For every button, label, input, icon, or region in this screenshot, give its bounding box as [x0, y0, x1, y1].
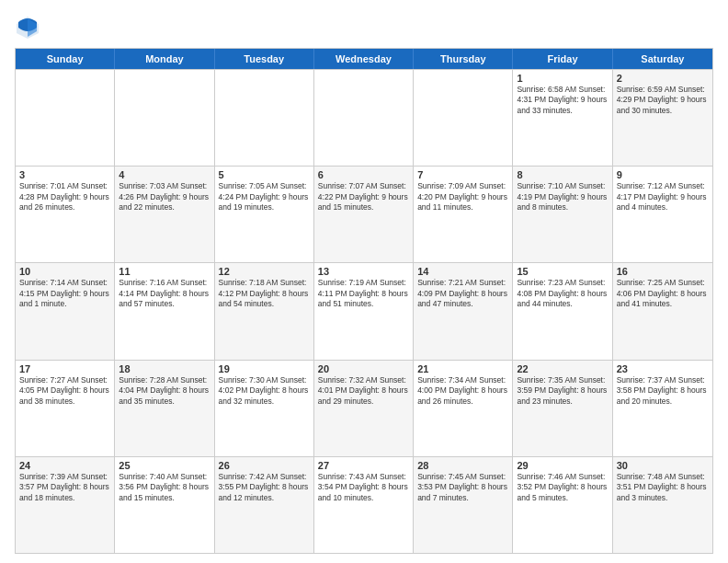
- cell-info-text: Sunrise: 7:45 AM Sunset: 3:53 PM Dayligh…: [417, 472, 508, 503]
- cell-info-text: Sunrise: 7:39 AM Sunset: 3:57 PM Dayligh…: [19, 472, 110, 503]
- calendar-cell: 17Sunrise: 7:27 AM Sunset: 4:05 PM Dayli…: [16, 361, 115, 456]
- cell-info-text: Sunrise: 7:14 AM Sunset: 4:15 PM Dayligh…: [19, 278, 110, 309]
- calendar-cell: 4Sunrise: 7:03 AM Sunset: 4:26 PM Daylig…: [115, 167, 214, 262]
- calendar-cell: 3Sunrise: 7:01 AM Sunset: 4:28 PM Daylig…: [16, 167, 115, 262]
- cell-info-text: Sunrise: 7:25 AM Sunset: 4:06 PM Dayligh…: [617, 278, 709, 309]
- cell-day-number: 15: [517, 266, 608, 277]
- cell-info-text: Sunrise: 7:48 AM Sunset: 3:51 PM Dayligh…: [617, 472, 709, 503]
- cell-day-number: 23: [617, 363, 709, 374]
- cell-info-text: Sunrise: 7:05 AM Sunset: 4:24 PM Dayligh…: [219, 181, 310, 213]
- calendar-cell: 10Sunrise: 7:14 AM Sunset: 4:15 PM Dayli…: [16, 263, 115, 359]
- cell-day-number: 21: [417, 363, 508, 374]
- cell-info-text: Sunrise: 7:40 AM Sunset: 3:56 PM Dayligh…: [119, 472, 210, 503]
- cell-day-number: 27: [318, 460, 409, 471]
- calendar-cell: [414, 70, 513, 166]
- cell-day-number: 5: [219, 169, 310, 180]
- calendar-body: 1Sunrise: 6:58 AM Sunset: 4:31 PM Daylig…: [16, 69, 712, 553]
- cell-day-number: 2: [617, 73, 709, 84]
- calendar-cell: 8Sunrise: 7:10 AM Sunset: 4:19 PM Daylig…: [513, 167, 612, 262]
- calendar-cell: 28Sunrise: 7:45 AM Sunset: 3:53 PM Dayli…: [414, 457, 513, 553]
- calendar-cell: 20Sunrise: 7:32 AM Sunset: 4:01 PM Dayli…: [314, 361, 414, 456]
- calendar-header-cell: Tuesday: [215, 49, 314, 69]
- cell-day-number: 26: [219, 460, 310, 471]
- calendar-row: 3Sunrise: 7:01 AM Sunset: 4:28 PM Daylig…: [16, 166, 712, 262]
- cell-day-number: 11: [119, 266, 210, 277]
- calendar-cell: 11Sunrise: 7:16 AM Sunset: 4:14 PM Dayli…: [115, 263, 214, 359]
- cell-day-number: 3: [19, 169, 110, 180]
- cell-day-number: 1: [517, 73, 608, 84]
- cell-day-number: 22: [517, 363, 608, 374]
- cell-day-number: 18: [119, 363, 210, 374]
- cell-day-number: 25: [119, 460, 210, 471]
- cell-info-text: Sunrise: 7:09 AM Sunset: 4:20 PM Dayligh…: [417, 181, 508, 213]
- cell-day-number: 14: [417, 266, 508, 277]
- cell-info-text: Sunrise: 7:28 AM Sunset: 4:04 PM Dayligh…: [119, 375, 210, 407]
- cell-info-text: Sunrise: 7:30 AM Sunset: 4:02 PM Dayligh…: [219, 375, 310, 407]
- calendar-header-cell: Thursday: [414, 49, 513, 69]
- calendar-cell: [215, 70, 314, 166]
- cell-day-number: 29: [517, 460, 608, 471]
- cell-info-text: Sunrise: 7:27 AM Sunset: 4:05 PM Dayligh…: [19, 375, 110, 407]
- calendar-cell: 22Sunrise: 7:35 AM Sunset: 3:59 PM Dayli…: [513, 361, 612, 456]
- calendar-cell: [115, 70, 214, 166]
- calendar-cell: 15Sunrise: 7:23 AM Sunset: 4:08 PM Dayli…: [513, 263, 612, 359]
- cell-day-number: 28: [417, 460, 508, 471]
- cell-info-text: Sunrise: 6:59 AM Sunset: 4:29 PM Dayligh…: [617, 85, 709, 116]
- calendar-cell: 9Sunrise: 7:12 AM Sunset: 4:17 PM Daylig…: [613, 167, 712, 262]
- calendar-row: 17Sunrise: 7:27 AM Sunset: 4:05 PM Dayli…: [16, 360, 712, 456]
- calendar-header: SundayMondayTuesdayWednesdayThursdayFrid…: [16, 49, 712, 69]
- cell-info-text: Sunrise: 7:03 AM Sunset: 4:26 PM Dayligh…: [119, 181, 210, 213]
- calendar-cell: 16Sunrise: 7:25 AM Sunset: 4:06 PM Dayli…: [613, 263, 712, 359]
- calendar-row: 10Sunrise: 7:14 AM Sunset: 4:15 PM Dayli…: [16, 262, 712, 359]
- cell-day-number: 19: [219, 363, 310, 374]
- cell-day-number: 13: [318, 266, 409, 277]
- calendar-header-cell: Sunday: [16, 49, 115, 69]
- calendar-header-cell: Friday: [513, 49, 612, 69]
- calendar-header-cell: Saturday: [613, 49, 712, 69]
- cell-day-number: 9: [617, 169, 709, 180]
- header: [15, 15, 713, 40]
- calendar-cell: 18Sunrise: 7:28 AM Sunset: 4:04 PM Dayli…: [115, 361, 214, 456]
- cell-day-number: 30: [617, 460, 709, 471]
- calendar-cell: [314, 70, 414, 166]
- cell-day-number: 24: [19, 460, 110, 471]
- calendar-cell: 5Sunrise: 7:05 AM Sunset: 4:24 PM Daylig…: [215, 167, 314, 262]
- calendar-cell: 21Sunrise: 7:34 AM Sunset: 4:00 PM Dayli…: [414, 361, 513, 456]
- cell-day-number: 6: [318, 169, 409, 180]
- calendar-cell: 6Sunrise: 7:07 AM Sunset: 4:22 PM Daylig…: [314, 167, 414, 262]
- cell-day-number: 16: [617, 266, 709, 277]
- cell-info-text: Sunrise: 7:34 AM Sunset: 4:00 PM Dayligh…: [417, 375, 508, 407]
- cell-info-text: Sunrise: 7:18 AM Sunset: 4:12 PM Dayligh…: [219, 278, 310, 309]
- calendar-cell: 14Sunrise: 7:21 AM Sunset: 4:09 PM Dayli…: [414, 263, 513, 359]
- calendar-cell: 25Sunrise: 7:40 AM Sunset: 3:56 PM Dayli…: [115, 457, 214, 553]
- cell-day-number: 10: [19, 266, 110, 277]
- calendar-cell: 30Sunrise: 7:48 AM Sunset: 3:51 PM Dayli…: [613, 457, 712, 553]
- calendar-cell: 23Sunrise: 7:37 AM Sunset: 3:58 PM Dayli…: [613, 361, 712, 456]
- cell-info-text: Sunrise: 7:16 AM Sunset: 4:14 PM Dayligh…: [119, 278, 210, 309]
- cell-info-text: Sunrise: 7:19 AM Sunset: 4:11 PM Dayligh…: [318, 278, 409, 309]
- cell-info-text: Sunrise: 7:32 AM Sunset: 4:01 PM Dayligh…: [318, 375, 409, 407]
- cell-day-number: 20: [318, 363, 409, 374]
- logo: [15, 15, 44, 40]
- calendar-cell: 27Sunrise: 7:43 AM Sunset: 3:54 PM Dayli…: [314, 457, 414, 553]
- calendar-cell: 19Sunrise: 7:30 AM Sunset: 4:02 PM Dayli…: [215, 361, 314, 456]
- calendar-cell: 12Sunrise: 7:18 AM Sunset: 4:12 PM Dayli…: [215, 263, 314, 359]
- cell-day-number: 4: [119, 169, 210, 180]
- calendar-cell: 24Sunrise: 7:39 AM Sunset: 3:57 PM Dayli…: [16, 457, 115, 553]
- calendar-cell: 1Sunrise: 6:58 AM Sunset: 4:31 PM Daylig…: [513, 70, 612, 166]
- cell-info-text: Sunrise: 7:43 AM Sunset: 3:54 PM Dayligh…: [318, 472, 409, 503]
- calendar-row: 24Sunrise: 7:39 AM Sunset: 3:57 PM Dayli…: [16, 456, 712, 553]
- cell-info-text: Sunrise: 7:12 AM Sunset: 4:17 PM Dayligh…: [617, 181, 709, 213]
- calendar-cell: 2Sunrise: 6:59 AM Sunset: 4:29 PM Daylig…: [613, 70, 712, 166]
- calendar: SundayMondayTuesdayWednesdayThursdayFrid…: [15, 48, 713, 554]
- calendar-row: 1Sunrise: 6:58 AM Sunset: 4:31 PM Daylig…: [16, 69, 712, 166]
- cell-day-number: 8: [517, 169, 608, 180]
- cell-info-text: Sunrise: 7:35 AM Sunset: 3:59 PM Dayligh…: [517, 375, 608, 407]
- cell-info-text: Sunrise: 6:58 AM Sunset: 4:31 PM Dayligh…: [517, 85, 608, 116]
- page: SundayMondayTuesdayWednesdayThursdayFrid…: [0, 0, 728, 563]
- cell-info-text: Sunrise: 7:21 AM Sunset: 4:09 PM Dayligh…: [417, 278, 508, 309]
- calendar-cell: [16, 70, 115, 166]
- cell-info-text: Sunrise: 7:07 AM Sunset: 4:22 PM Dayligh…: [318, 181, 409, 213]
- cell-info-text: Sunrise: 7:01 AM Sunset: 4:28 PM Dayligh…: [19, 181, 110, 213]
- cell-day-number: 7: [417, 169, 508, 180]
